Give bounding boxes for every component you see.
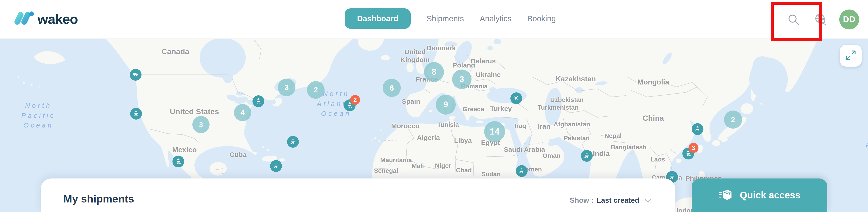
alert-count-badge[interactable]: 2 (350, 95, 360, 105)
ship-marker[interactable] (692, 123, 704, 135)
shipment-cluster-marker[interactable]: 14 (484, 121, 505, 142)
ship-icon (175, 158, 182, 165)
plane-icon (513, 95, 520, 102)
cluster-count: 4 (241, 108, 245, 117)
plane-marker[interactable] (510, 92, 522, 104)
quick-access-panel[interactable]: Quick access (692, 179, 827, 212)
nav-tab-booking[interactable]: Booking (527, 14, 556, 23)
quick-access-label: Quick access (740, 190, 801, 201)
cluster-count: 14 (490, 127, 499, 137)
ship-icon (255, 98, 261, 105)
sort-dropdown[interactable]: Show : Last created (570, 196, 651, 205)
cluster-count: 3 (460, 75, 464, 84)
shipment-cluster-marker[interactable]: 6 (383, 79, 401, 97)
ship-marker[interactable] (173, 156, 184, 167)
ship-marker[interactable] (516, 165, 528, 177)
search-icon (787, 23, 800, 27)
my-shipments-panel: My shipments Show : Last created (41, 179, 675, 212)
ship-icon (133, 110, 139, 117)
avatar-initials: DD (843, 15, 855, 24)
shipment-cluster-marker[interactable]: 8 (424, 62, 444, 82)
cluster-count: 8 (432, 67, 436, 77)
sort-label: Show : (570, 196, 594, 205)
nav-tab-analytics[interactable]: Analytics (480, 14, 511, 23)
expand-icon (844, 48, 858, 63)
alert-count: 2 (353, 97, 357, 104)
package-icon (719, 188, 734, 203)
shipment-cluster-marker[interactable]: 2 (724, 110, 742, 129)
wakeo-dashboard: North Pacific OceanNorth Atlantic OceanN… (0, 0, 868, 212)
ship-icon (669, 173, 675, 181)
shipment-cluster-marker[interactable]: 3 (192, 116, 210, 133)
alert-count: 3 (692, 144, 695, 152)
wakeo-logo-text: wakeo (37, 11, 78, 27)
primary-nav: Dashboard Shipments Analytics Booking (345, 8, 556, 29)
cluster-count: 2 (314, 86, 318, 94)
nav-tab-dashboard[interactable]: Dashboard (345, 8, 411, 29)
shipments-panel-title: My shipments (63, 192, 134, 205)
cluster-count: 3 (199, 121, 203, 129)
search-button[interactable] (787, 13, 800, 27)
ship-icon (290, 138, 296, 145)
shipment-cluster-marker[interactable]: 9 (436, 95, 456, 114)
language-share-button[interactable] (813, 12, 829, 29)
ship-icon (694, 126, 701, 133)
ship-icon (273, 162, 279, 170)
shipment-cluster-marker[interactable]: 4 (234, 104, 251, 121)
ship-marker[interactable] (130, 108, 142, 120)
nav-tab-shipments[interactable]: Shipments (427, 14, 464, 23)
cluster-count: 9 (443, 100, 448, 109)
ship-marker[interactable] (252, 95, 264, 107)
shipment-cluster-marker[interactable]: 2 (307, 81, 324, 99)
chevron-down-icon (643, 197, 651, 204)
shipment-cluster-marker[interactable]: 3 (452, 70, 471, 89)
sort-value: Last created (596, 196, 639, 205)
ship-icon (519, 167, 525, 175)
cluster-count: 2 (731, 115, 735, 124)
ship-marker[interactable] (270, 160, 282, 172)
cluster-count: 6 (390, 84, 394, 92)
map-expand-button[interactable] (840, 45, 862, 67)
ship-marker[interactable] (287, 136, 299, 148)
user-avatar[interactable]: DD (839, 9, 859, 29)
truck-icon (132, 71, 139, 78)
top-navigation-bar: wakeo Dashboard Shipments Analytics Book… (0, 0, 868, 39)
shipment-cluster-marker[interactable]: 3 (278, 79, 296, 96)
ship-icon (584, 152, 590, 159)
ship-marker[interactable] (581, 150, 593, 162)
globe-users-icon (813, 24, 829, 28)
truck-marker[interactable] (130, 69, 142, 81)
cluster-count: 3 (285, 83, 289, 92)
wakeo-logo[interactable]: wakeo (13, 10, 78, 28)
alert-count-badge[interactable]: 3 (688, 143, 699, 153)
wakeo-logo-mark-icon (13, 10, 34, 28)
